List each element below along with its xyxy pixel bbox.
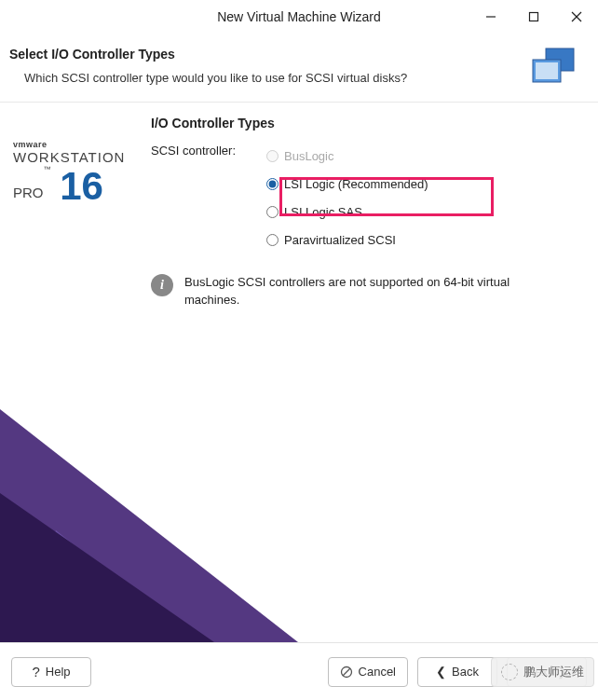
radio-input-lsi-logic[interactable] xyxy=(266,178,279,190)
logo-brand: vmware xyxy=(13,140,151,149)
wizard-header: Select I/O Controller Types Which SCSI c… xyxy=(0,34,598,103)
svg-rect-1 xyxy=(530,13,538,21)
minimize-button[interactable] xyxy=(469,0,512,34)
radio-input-buslogic xyxy=(266,150,279,162)
window-title: New Virtual Machine Wizard xyxy=(217,9,381,24)
radio-label: LSI Logic SAS xyxy=(284,205,362,219)
monitors-icon xyxy=(529,47,578,90)
logo-version: 16 xyxy=(60,167,103,206)
help-icon: ? xyxy=(32,664,39,679)
radio-label: Paravirtualized SCSI xyxy=(284,233,396,247)
radio-lsi-logic[interactable]: LSI Logic (Recommended) xyxy=(266,170,428,198)
titlebar: New Virtual Machine Wizard xyxy=(0,0,598,34)
page-title: Select I/O Controller Types xyxy=(9,47,529,62)
section-title: I/O Controller Types xyxy=(151,116,583,130)
product-logo: vmware WORKSTATION PRO™ 16 xyxy=(13,116,151,309)
cancel-button[interactable]: Cancel xyxy=(328,657,408,687)
radio-input-lsi-logic-sas[interactable] xyxy=(266,206,279,218)
scsi-options: BusLogic LSI Logic (Recommended) LSI Log… xyxy=(266,142,428,254)
logo-product: WORKSTATION xyxy=(13,149,151,165)
button-label: Help xyxy=(46,665,71,679)
window-controls xyxy=(469,0,598,34)
watermark-text: 鹏大师运维 xyxy=(523,664,584,680)
logo-edition: PRO xyxy=(13,185,44,200)
button-label: Cancel xyxy=(359,665,396,679)
help-button[interactable]: ? Help xyxy=(11,657,91,687)
maximize-icon xyxy=(528,11,539,22)
logo-tm: ™ xyxy=(44,165,51,173)
watermark-icon xyxy=(501,664,518,680)
content: vmware WORKSTATION PRO™ 16 I/O Controlle… xyxy=(0,103,598,309)
close-icon xyxy=(571,11,582,22)
radio-label: BusLogic xyxy=(284,149,333,163)
cancel-icon xyxy=(340,666,353,679)
svg-rect-6 xyxy=(536,62,558,79)
info-text: BusLogic SCSI controllers are not suppor… xyxy=(184,274,566,309)
radio-buslogic: BusLogic xyxy=(266,142,428,170)
svg-line-8 xyxy=(343,668,350,676)
radio-input-paravirtualized[interactable] xyxy=(266,234,279,246)
radio-label: LSI Logic (Recommended) xyxy=(284,177,428,191)
watermark-overlay: 鹏大师运维 xyxy=(491,657,594,687)
decorative-triangle xyxy=(0,493,214,642)
info-icon: i xyxy=(151,274,173,296)
button-label: Back xyxy=(452,665,479,679)
radio-lsi-logic-sas[interactable]: LSI Logic SAS xyxy=(266,198,428,226)
radio-paravirtualized[interactable]: Paravirtualized SCSI xyxy=(266,226,428,254)
page-subtitle: Which SCSI controller type would you lik… xyxy=(24,71,529,85)
close-button[interactable] xyxy=(555,0,598,34)
field-label-scsi: SCSI controller: xyxy=(151,142,266,254)
info-note: i BusLogic SCSI controllers are not supp… xyxy=(151,274,583,309)
chevron-left-icon: ❮ xyxy=(436,665,446,679)
maximize-button[interactable] xyxy=(512,0,555,34)
minimize-icon xyxy=(485,11,496,22)
back-button[interactable]: ❮ Back xyxy=(417,657,497,687)
main-panel: I/O Controller Types SCSI controller: Bu… xyxy=(151,116,583,309)
